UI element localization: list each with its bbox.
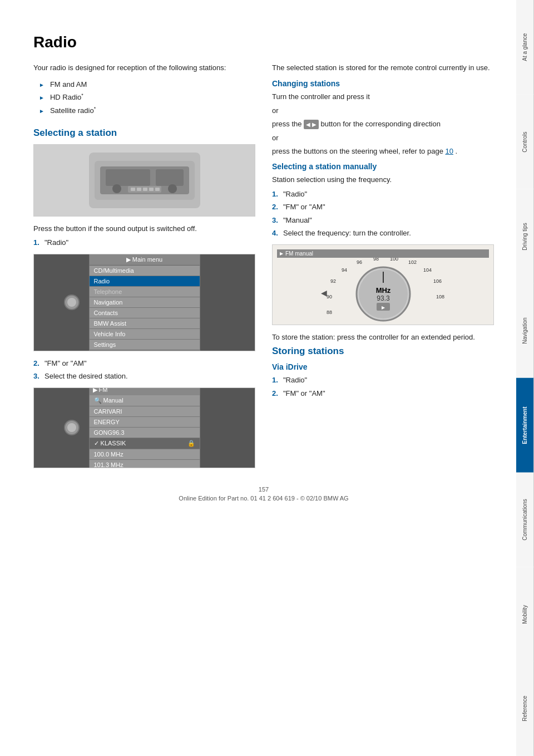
tab-mobility[interactable]: Mobility [516,567,534,662]
svg-text:96: 96 [357,259,362,265]
tab-reference[interactable]: Reference [516,661,534,756]
step-num: 2. [272,202,280,213]
svg-rect-9 [143,188,147,191]
station-manual: 🔍 Manual [90,395,200,406]
tab-controls[interactable]: Controls [516,95,534,189]
menu-item-navigation: Navigation [90,297,200,308]
step-text: "Radio" [283,375,307,386]
storing-step-1: 1. "Radio" [272,375,494,386]
step-num: 2. [33,358,41,369]
manual-step-3: 3. "Manual" [272,215,494,226]
columns: Your radio is designed for reception of … [33,62,494,475]
menu-item-radio[interactable]: Radio [90,276,200,287]
step-2: 2. "FM" or "AM" [33,358,255,369]
main-content: Radio Your radio is designed for recepti… [0,0,516,756]
after-image-text: Press the button if the sound output is … [33,223,255,234]
changing-step3-page[interactable]: 10 [446,147,453,155]
svg-text:▶: ▶ [382,305,385,310]
svg-rect-11 [155,188,160,191]
page-footer: 157 Online Edition for Part no. 01 41 2 … [33,475,494,507]
step-num: 3. [33,371,41,382]
svg-point-4 [112,184,121,193]
arrow-icon: ► [39,94,44,102]
changing-step2: press the ◀ ▶ button for the correspondi… [272,119,494,130]
svg-rect-8 [137,188,141,191]
step-num: 1. [272,189,280,200]
arrow-icon: ► [39,81,44,89]
svg-text:88: 88 [327,310,332,315]
svg-text:102: 102 [408,259,417,265]
menu-screenshot: ▶ Main menu CD/Multimedia Radio Telephon… [33,254,255,351]
page-title: Radio [33,33,494,51]
step-num: 3. [272,215,280,226]
car-image [33,144,255,217]
step-num: 2. [272,388,280,399]
manual-step-1: 1. "Radio" [272,189,494,200]
tab-entertainment[interactable]: Entertainment [516,378,534,473]
menu-item-telephone: Telephone [90,287,200,297]
tab-communications[interactable]: Communications [516,473,534,567]
changing-stations-title: Changing stations [272,79,494,88]
right-column: The selected station is stored for the r… [272,62,494,475]
svg-text:104: 104 [423,267,432,273]
manual-steps: 1. "Radio" 2. "FM" or "AM" 3. "Manual" 4… [272,189,494,239]
step-num: 1. [33,237,41,248]
svg-text:93.3: 93.3 [377,294,390,302]
svg-rect-2 [106,169,150,186]
step-1: 1. "Radio" [33,237,255,248]
manual-step-2: 2. "FM" or "AM" [272,202,494,213]
or-2: or [272,132,494,144]
station-list-screenshot: ▶ FM 🔍 Manual CARIVARI ENERGY GONG96.3 ✓… [33,387,255,468]
svg-rect-10 [149,188,154,191]
menu-item-settings: Settings [90,340,200,350]
selecting-manually-subtitle: Station selection using the frequency. [272,174,494,185]
tab-driving-tips[interactable]: Driving tips [516,189,534,284]
direction-button: ◀ ▶ [304,120,319,129]
svg-text:◀: ◀ [321,288,327,297]
station-list-header: ▶ FM [90,387,200,396]
list-item: ► HD Radio* [39,92,255,103]
step-text: "FM" or "AM" [44,358,87,369]
side-tabs: At a glance Controls Driving tips Naviga… [516,0,534,756]
storing-step-2: 2. "FM" or "AM" [272,388,494,399]
station-klassik: ✓ KLASSIK 🔒 [90,438,200,449]
changing-step3-suffix: . [456,147,458,155]
station-carivari: CARIVARI [90,406,200,417]
arrow-icon: ► [39,107,44,115]
svg-text:108: 108 [436,294,444,300]
menu-item-bmw: BMW Assist [90,318,200,329]
car-image-inner [89,153,200,208]
svg-text:92: 92 [330,278,336,284]
station-100: 100.0 MHz [90,449,200,460]
step-text: "FM" or "AM" [283,202,325,213]
svg-point-5 [168,184,177,193]
step-text: "Manual" [283,215,312,226]
storing-steps: 1. "Radio" 2. "FM" or "AM" [272,375,494,399]
changing-step2-suffix: button for the corresponding direction [321,120,441,128]
step-text: Select the frequency: turn the controlle… [283,228,411,239]
freq-dial-screenshot: ▶ FM manual 88 90 92 94 96 98 100 102 [272,244,494,325]
tab-navigation[interactable]: Navigation [516,283,534,378]
svg-text:106: 106 [433,278,442,284]
selecting-manually-title: Selecting a station manually [272,162,494,171]
tab-at-a-glance[interactable]: At a glance [516,0,534,95]
via-idrive-title: Via iDrive [272,362,494,371]
or-1: or [272,105,494,116]
storing-stations-title: Storing stations [272,346,494,357]
freq-title: FM manual [285,251,313,257]
step-text: "Radio" [283,189,307,200]
step-list-1: 1. "Radio" [33,237,255,248]
intro-text: Your radio is designed for reception of … [33,62,255,73]
bullet-text-2: HD Radio* [50,92,83,103]
stored-station-text: The selected station is stored for the r… [272,62,494,73]
changing-step1: Turn the controller and press it [272,91,494,102]
step-num: 4. [272,228,280,239]
svg-rect-7 [131,188,135,191]
step-3: 3. Select the desired station. [33,371,255,382]
svg-text:MHz: MHz [375,286,390,294]
page-wrapper: Radio Your radio is designed for recepti… [0,0,534,756]
list-item: ► Satellite radio* [39,105,255,116]
bullet-text-3: Satellite radio* [50,105,96,116]
page-number: 157 [33,486,494,493]
svg-text:94: 94 [342,267,347,273]
